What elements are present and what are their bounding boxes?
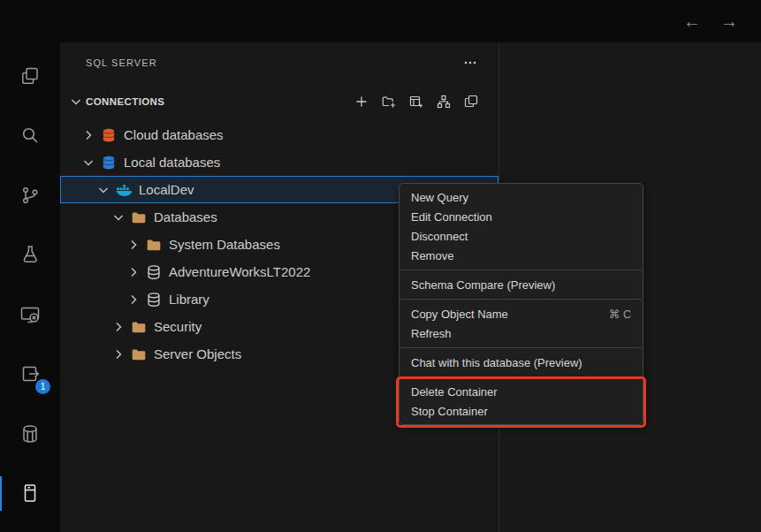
tree-item-label: Local databases xyxy=(124,155,220,170)
new-folder-icon xyxy=(382,95,396,109)
menu-item-new-query[interactable]: New Query xyxy=(400,187,643,207)
chevron-right-icon xyxy=(111,347,126,361)
menu-item-label: Edit Connection xyxy=(411,210,492,224)
hierarchy-icon xyxy=(437,95,451,109)
docker-icon xyxy=(116,182,132,198)
activity-bar: 1 xyxy=(0,42,60,532)
explorer-icon xyxy=(19,65,41,87)
menu-item-refresh[interactable]: Refresh xyxy=(400,323,643,343)
chevron-right-icon xyxy=(126,265,141,279)
chevron-down-icon xyxy=(96,183,110,197)
menu-item-edit-connection[interactable]: Edit Connection xyxy=(400,207,643,226)
menu-separator xyxy=(400,376,642,377)
vscode-window: { "window": { "titlebar": { "back_icon":… xyxy=(0,0,761,532)
activity-item-remote-monitor[interactable] xyxy=(0,293,60,336)
menu-item-copy-object-name[interactable]: Copy Object Name⌘ C xyxy=(400,304,643,323)
chevron-down-icon xyxy=(69,95,83,109)
menu-item-shortcut: ⌘ C xyxy=(609,308,631,321)
context-menu: New QueryEdit ConnectionDisconnectRemove… xyxy=(399,183,643,425)
menu-item-schema-compare-preview[interactable]: Schema Compare (Preview) xyxy=(400,275,643,294)
tree-item-label: Cloud databases xyxy=(124,127,224,142)
tree-item-label: System Databases xyxy=(169,237,280,252)
menu-item-label: Stop Container xyxy=(411,405,488,418)
connections-section-label: CONNECTIONS xyxy=(86,96,164,107)
tree-item-label: Server Objects xyxy=(154,346,241,361)
chevron-right-icon xyxy=(126,238,141,252)
forward-arrow-icon[interactable]: → xyxy=(720,12,738,30)
tree-item-label: Security xyxy=(154,319,202,334)
menu-item-label: Copy Object Name xyxy=(411,308,508,321)
menu-item-label: Delete Container xyxy=(411,385,498,399)
connections-section-header[interactable]: CONNECTIONS xyxy=(60,88,498,115)
activity-item-search[interactable] xyxy=(0,115,60,157)
tree-item-cloud-databases[interactable]: Cloud databases xyxy=(60,121,498,148)
folder-icon xyxy=(131,319,147,335)
back-arrow-icon[interactable]: ← xyxy=(683,12,701,30)
menu-item-label: Disconnect xyxy=(411,230,468,243)
sidebar-header: SQL SERVER xyxy=(60,42,498,83)
connections-toolbar xyxy=(352,92,481,111)
chevron-right-icon xyxy=(111,320,126,334)
activity-item-source-control[interactable] xyxy=(0,174,60,217)
menu-item-disconnect[interactable]: Disconnect xyxy=(400,226,643,246)
copy-icon xyxy=(464,95,478,109)
folder-icon xyxy=(131,209,147,225)
tree-item-label: LocalDev xyxy=(139,182,194,197)
folder-icon xyxy=(146,237,162,253)
menu-item-label: Schema Compare (Preview) xyxy=(411,278,555,292)
sidebar-title: SQL SERVER xyxy=(86,57,157,68)
duplicate-button[interactable] xyxy=(461,92,481,111)
activity-item-sql-server[interactable] xyxy=(0,473,60,515)
menu-item-chat-with-this-database-preview[interactable]: Chat with this database (Preview) xyxy=(400,353,643,372)
tree-item-local-databases[interactable]: Local databases xyxy=(60,148,498,176)
menu-separator xyxy=(400,299,642,300)
chevron-right-icon xyxy=(81,128,95,142)
menu-item-label: New Query xyxy=(411,191,468,204)
beaker-icon xyxy=(19,244,41,265)
monitor-error-icon xyxy=(19,304,41,325)
notification-badge: 1 xyxy=(35,379,50,394)
chevron-right-icon xyxy=(126,293,141,307)
folder-icon xyxy=(131,346,147,362)
add-connection-button[interactable] xyxy=(352,92,371,111)
visualize-schema-button[interactable] xyxy=(434,92,453,111)
chevron-down-icon xyxy=(81,156,95,170)
menu-item-remove[interactable]: Remove xyxy=(400,246,643,265)
local-db-icon xyxy=(101,155,117,171)
menu-item-label: Chat with this database (Preview) xyxy=(411,356,582,369)
menu-item-label: Remove xyxy=(411,249,453,262)
tree-item-label: Library xyxy=(169,292,209,307)
menu-separator xyxy=(400,347,642,348)
database-icon xyxy=(146,292,162,308)
menu-item-delete-container[interactable]: Delete Container xyxy=(400,382,643,401)
sql-server-icon xyxy=(19,483,41,504)
chevron-down-icon xyxy=(111,210,126,224)
activity-item-testing[interactable] xyxy=(0,234,60,277)
database-icon xyxy=(146,264,162,280)
title-bar: ← → xyxy=(0,0,761,42)
activity-item-containers[interactable] xyxy=(0,413,60,455)
menu-separator xyxy=(400,270,642,270)
more-actions-icon[interactable] xyxy=(461,56,479,70)
new-table-icon xyxy=(409,95,423,109)
new-deployment-button[interactable] xyxy=(407,92,426,111)
menu-item-label: Refresh xyxy=(411,327,452,340)
add-icon xyxy=(354,95,369,109)
menu-item-stop-container[interactable]: Stop Container xyxy=(400,401,643,421)
activity-item-explorer[interactable] xyxy=(0,55,60,97)
activity-item-remote-explorer[interactable]: 1 xyxy=(0,353,60,396)
tree-item-label: AdventureWorksLT2022 xyxy=(169,264,310,279)
search-icon xyxy=(19,125,41,146)
barrel-icon xyxy=(19,423,41,445)
tree-item-label: Databases xyxy=(154,209,217,224)
cloud-db-icon xyxy=(101,127,117,143)
new-connection-group-button[interactable] xyxy=(379,92,399,111)
source-control-icon xyxy=(19,185,41,206)
